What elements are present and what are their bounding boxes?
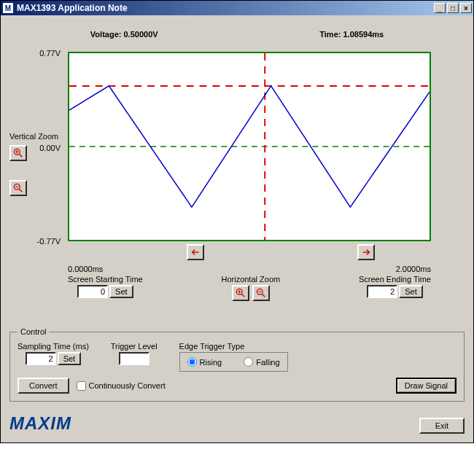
screen-end-input[interactable] <box>367 285 397 298</box>
horizontal-zoom-label: Horizontal Zoom <box>221 275 280 284</box>
y-max-label: 0.77V <box>17 49 61 58</box>
app-icon: M <box>2 2 14 14</box>
trigger-level-input[interactable] <box>119 352 149 365</box>
vertical-zoom-label: Vertical Zoom <box>9 132 58 141</box>
pan-right-button[interactable] <box>357 244 375 260</box>
continuous-convert-checkbox[interactable]: Continuously Convert <box>77 381 166 391</box>
screen-end-label: Screen Ending Time <box>359 275 431 284</box>
falling-radio[interactable]: Falling <box>244 357 279 367</box>
time-readout: Time: 1.08594ms <box>319 30 384 39</box>
maxim-logo: MAXIM <box>9 413 71 434</box>
sampling-time-input[interactable] <box>26 352 56 365</box>
rising-radio[interactable]: Rising <box>187 357 222 367</box>
voltage-readout: Voltage: 0.50000V <box>90 30 158 39</box>
x-start-label: 0.0000ms <box>68 265 103 273</box>
exit-button[interactable]: Exit <box>419 418 465 434</box>
vzoom-in-button[interactable] <box>9 145 27 161</box>
trigger-level-label: Trigger Level <box>111 342 158 351</box>
svg-line-13 <box>241 294 244 297</box>
control-group: Control Sampling Time (ms) Set Trigger L… <box>9 327 465 402</box>
screen-start-input[interactable] <box>77 285 108 298</box>
y-min-label: -0.77V <box>17 237 61 246</box>
vzoom-out-button[interactable] <box>9 180 27 196</box>
screen-start-label: Screen Starting Time <box>68 275 143 284</box>
x-end-label: 2.0000ms <box>396 265 431 273</box>
pan-left-button[interactable] <box>187 244 204 260</box>
close-button[interactable]: × <box>460 3 472 13</box>
edge-trigger-group: Rising Falling <box>179 352 288 372</box>
svg-line-1 <box>19 154 22 157</box>
hzoom-in-button[interactable] <box>232 285 249 301</box>
edge-trigger-label: Edge Trigger Type <box>179 342 288 351</box>
readouts: Voltage: 0.50000V Time: 1.08594ms <box>9 30 465 39</box>
svg-line-5 <box>19 189 22 192</box>
sampling-time-label: Sampling Time (ms) <box>18 342 89 351</box>
sampling-set-button[interactable]: Set <box>58 352 82 365</box>
convert-button[interactable]: Convert <box>18 378 69 394</box>
screen-end-set-button[interactable]: Set <box>399 285 423 298</box>
minimize-button[interactable]: _ <box>434 3 446 13</box>
titlebar: M MAX1393 Application Note _ □ × <box>1 1 473 15</box>
hzoom-out-button[interactable] <box>252 285 270 301</box>
svg-line-17 <box>262 294 265 297</box>
scope-plot[interactable] <box>68 52 431 241</box>
control-legend: Control <box>18 327 49 336</box>
window-title: MAX1393 Application Note <box>17 3 432 13</box>
screen-start-set-button[interactable]: Set <box>109 285 133 298</box>
maximize-button[interactable]: □ <box>447 3 459 13</box>
draw-signal-button[interactable]: Draw Signal <box>396 378 456 394</box>
app-window: M MAX1393 Application Note _ □ × Voltage… <box>0 0 474 443</box>
